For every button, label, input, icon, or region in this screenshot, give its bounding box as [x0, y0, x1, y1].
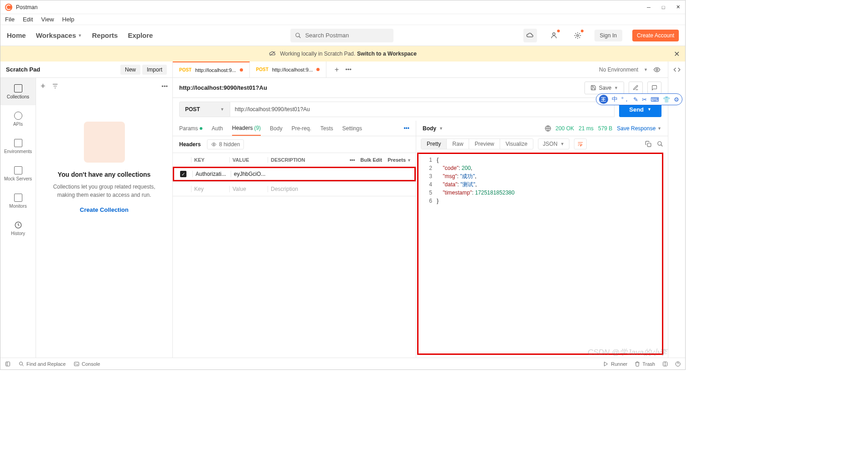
- maximize-button[interactable]: □: [661, 5, 666, 10]
- tab-prereq[interactable]: Pre-req.: [291, 121, 311, 136]
- filter-icon[interactable]: [52, 83, 58, 89]
- ime-punct-icon[interactable]: °，: [621, 95, 630, 103]
- ime-badge[interactable]: 王: [599, 95, 608, 104]
- header-enabled-checkbox[interactable]: ✓: [180, 171, 186, 177]
- ime-cut-icon[interactable]: ✂: [642, 96, 647, 103]
- more-options-button[interactable]: •••: [161, 83, 168, 90]
- request-tab[interactable]: POST http://localhost:9...: [250, 61, 327, 77]
- method-select[interactable]: POST▼: [179, 102, 230, 117]
- nav-reports[interactable]: Reports: [92, 31, 118, 39]
- nav-explore[interactable]: Explore: [128, 31, 153, 39]
- banner-close-button[interactable]: ✕: [674, 50, 680, 58]
- empty-illustration: [84, 122, 125, 163]
- close-button[interactable]: ✕: [675, 5, 681, 10]
- response-body[interactable]: 123 456 { "code": 200, "msg": "成功", "dat…: [417, 153, 663, 355]
- import-button[interactable]: Import: [142, 65, 167, 75]
- cookies-link[interactable]: •••: [403, 125, 409, 132]
- ime-lang[interactable]: 中: [612, 95, 618, 103]
- code-icon[interactable]: [673, 66, 681, 73]
- menu-edit[interactable]: Edit: [23, 16, 33, 23]
- view-pretty[interactable]: Pretty: [421, 139, 447, 149]
- nav-workspaces[interactable]: Workspaces▼: [36, 31, 82, 39]
- ime-edit-icon[interactable]: ✎: [633, 96, 638, 103]
- new-button[interactable]: New: [120, 65, 140, 75]
- create-account-button[interactable]: Create Account: [632, 30, 679, 41]
- share-button[interactable]: [629, 82, 643, 94]
- sidebar-item-collections[interactable]: Collections: [0, 78, 36, 105]
- search-input[interactable]: Search Postman: [290, 29, 393, 42]
- create-collection-link[interactable]: Create Collection: [80, 206, 129, 213]
- minimize-button[interactable]: ─: [646, 5, 651, 10]
- header-row-authorization[interactable]: ✓ Authorizati... eyJhbGciO...: [173, 167, 416, 181]
- environment-selector[interactable]: No Environment: [599, 67, 638, 73]
- header-value-input[interactable]: eyJhbGciO...: [231, 171, 269, 177]
- format-select[interactable]: JSON▼: [538, 138, 569, 149]
- search-response-icon[interactable]: [657, 141, 663, 147]
- ime-shirt-icon[interactable]: 👕: [663, 96, 670, 103]
- save-response-button[interactable]: Save Response ▼: [617, 125, 661, 132]
- view-raw[interactable]: Raw: [447, 139, 469, 149]
- console-button[interactable]: Console: [74, 361, 100, 367]
- collections-icon: [14, 84, 22, 92]
- sidebar-item-monitors[interactable]: Monitors: [0, 187, 36, 215]
- request-tab[interactable]: POST http://localhost:9...: [173, 61, 250, 77]
- layout-button[interactable]: [662, 361, 668, 367]
- window-title: Postman: [16, 4, 646, 10]
- help-button[interactable]: [675, 361, 681, 367]
- response-body-dropdown[interactable]: Body▼: [423, 125, 443, 132]
- sidebar-item-mock-servers[interactable]: Mock Servers: [0, 160, 36, 187]
- find-replace-button[interactable]: Find and Replace: [19, 361, 66, 367]
- url-input[interactable]: http://localhost:9090/test01?Au: [230, 102, 615, 117]
- bulk-edit-button[interactable]: Bulk Edit: [361, 157, 382, 163]
- tab-body[interactable]: Body: [270, 121, 282, 136]
- new-tab-button[interactable]: +: [335, 66, 339, 74]
- svg-point-6: [656, 69, 658, 71]
- sidebar-nav: Collections APIs Environments Mock Serve…: [0, 78, 36, 358]
- copy-icon[interactable]: [645, 141, 651, 147]
- globe-icon[interactable]: [545, 125, 551, 132]
- view-preview[interactable]: Preview: [469, 139, 500, 149]
- svg-rect-9: [647, 143, 651, 147]
- runner-button[interactable]: Runner: [603, 361, 627, 367]
- sign-in-button[interactable]: Sign In: [594, 30, 622, 41]
- svg-point-7: [213, 144, 215, 145]
- nav-home[interactable]: Home: [7, 31, 26, 39]
- more-columns-button[interactable]: •••: [350, 157, 355, 163]
- unsaved-indicator: [240, 68, 243, 72]
- wrap-button[interactable]: [574, 138, 587, 149]
- tab-tests[interactable]: Tests: [320, 121, 333, 136]
- floating-ime-toolbar[interactable]: 王 中 °， ✎ ✂ ⌨ 👕 ⚙: [596, 93, 682, 105]
- sync-icon[interactable]: [523, 29, 537, 42]
- cloud-off-icon: [269, 51, 276, 56]
- header-row-new[interactable]: Key Value Description: [173, 181, 416, 196]
- sidebar-item-history[interactable]: History: [0, 215, 36, 242]
- sidebar-item-apis[interactable]: APIs: [0, 105, 36, 133]
- trash-button[interactable]: Trash: [635, 361, 655, 367]
- tab-settings[interactable]: Settings: [342, 121, 362, 136]
- hidden-headers-button[interactable]: 8 hidden: [207, 139, 244, 149]
- tab-more-button[interactable]: •••: [345, 66, 351, 73]
- sidebar-toggle-button[interactable]: [5, 361, 10, 367]
- svg-point-14: [20, 362, 23, 365]
- svg-point-0: [296, 33, 300, 36]
- switch-workspace-link[interactable]: Switch to a Workspace: [357, 51, 416, 57]
- ime-keyboard-icon[interactable]: ⌨: [651, 96, 659, 103]
- comment-button[interactable]: [647, 82, 661, 94]
- view-visualize[interactable]: Visualize: [500, 139, 533, 149]
- menu-file[interactable]: File: [5, 16, 15, 23]
- menu-view[interactable]: View: [41, 16, 54, 23]
- add-collection-button[interactable]: +: [41, 82, 46, 91]
- svg-line-15: [22, 364, 24, 366]
- header-key-input[interactable]: Authorizati...: [192, 171, 231, 177]
- menu-help[interactable]: Help: [62, 16, 74, 23]
- invite-icon[interactable]: [547, 29, 561, 42]
- sidebar-item-environments[interactable]: Environments: [0, 133, 36, 160]
- tab-params[interactable]: Params: [179, 121, 202, 136]
- ime-settings-icon[interactable]: ⚙: [674, 96, 679, 103]
- environment-preview-icon[interactable]: [653, 66, 661, 73]
- presets-button[interactable]: Presets ▼: [388, 157, 411, 163]
- tab-headers[interactable]: Headers(9): [232, 121, 261, 136]
- tab-auth[interactable]: Auth: [212, 121, 223, 136]
- save-button[interactable]: Save ▼: [584, 82, 624, 94]
- settings-icon[interactable]: [571, 29, 584, 42]
